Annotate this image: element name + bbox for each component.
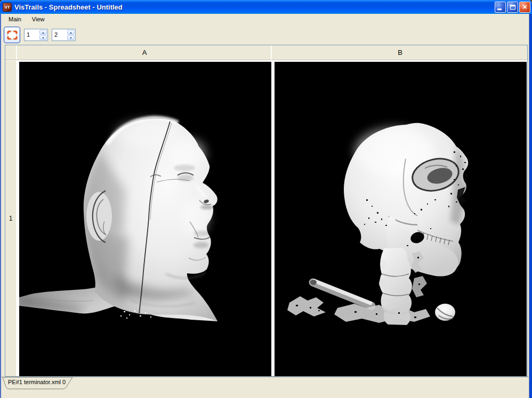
row-count-value[interactable]: 1: [25, 29, 39, 40]
minimize-button[interactable]: [495, 2, 506, 13]
window-title: VisTrails - Spreadsheet - Untitled: [14, 3, 495, 11]
row-count-spinbox[interactable]: 1 ▲ ▼: [24, 29, 48, 41]
column-header-a[interactable]: A: [18, 45, 272, 60]
spreadsheet-body: 1: [5, 61, 527, 376]
spin-up-icon: ▲: [69, 31, 72, 34]
corner-cell: [5, 45, 17, 60]
close-icon: ✕: [522, 4, 527, 10]
spin-down-icon: ▼: [42, 36, 44, 39]
row-spin-down-button[interactable]: ▼: [39, 35, 47, 40]
cell-b1-skull-rendering[interactable]: [275, 62, 527, 376]
app-logo-icon[interactable]: VT: [3, 3, 12, 12]
menu-bar: Main View: [1, 14, 529, 25]
column-spin-up-button[interactable]: ▲: [67, 30, 75, 35]
close-button[interactable]: ✕: [519, 2, 530, 13]
maximize-icon: [510, 5, 515, 10]
spin-up-icon: ▲: [42, 31, 44, 34]
vistrails-spreadsheet-window: VT VisTrails - Spreadsheet - Untitled ✕ …: [0, 0, 532, 398]
tab-label: PE#1 terminator.xml 0: [8, 379, 66, 385]
window-frame-right: [529, 14, 532, 398]
spin-down-icon: ▼: [69, 36, 72, 39]
row-header-1[interactable]: 1: [5, 61, 17, 376]
head-skin-visualization: [19, 62, 271, 376]
window-controls: ✕: [495, 2, 530, 13]
column-spin-down-button[interactable]: ▼: [67, 35, 75, 40]
column-count-value[interactable]: 2: [52, 29, 67, 40]
menu-view[interactable]: View: [27, 14, 50, 25]
menu-main[interactable]: Main: [3, 14, 27, 25]
cell-a1-head-skin-rendering[interactable]: [19, 62, 271, 376]
toolbar: 1 ▲ ▼ 2 ▲ ▼: [1, 25, 529, 45]
fullscreen-icon: [7, 30, 18, 40]
title-bar: VT VisTrails - Spreadsheet - Untitled ✕: [0, 0, 532, 14]
sheet-tab-bar: PE#1 terminator.xml 0: [1, 377, 529, 391]
maximize-button[interactable]: [507, 2, 518, 13]
column-count-spinbox[interactable]: 2 ▲ ▼: [52, 29, 76, 41]
sheet-tab-active[interactable]: PE#1 terminator.xml 0: [2, 377, 74, 389]
skull-visualization: [275, 62, 527, 376]
window-frame-left: [0, 14, 1, 398]
row-spin-up-button[interactable]: ▲: [39, 30, 47, 35]
fullscreen-toggle-button[interactable]: [4, 27, 20, 43]
spreadsheet-grid: A B 1: [5, 45, 528, 377]
tab-bar-top-line: [1, 377, 529, 377]
column-header-row: A B: [5, 45, 527, 60]
minimize-icon: [497, 9, 502, 10]
column-header-b[interactable]: B: [273, 45, 527, 60]
